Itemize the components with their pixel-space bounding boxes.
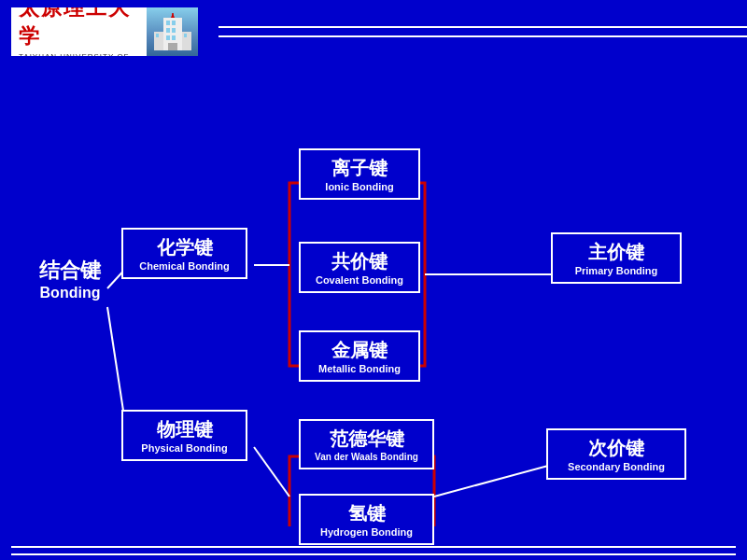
bottom-lines [0, 541, 747, 560]
physical-node: 物理键 Physical Bonding [121, 410, 247, 461]
svg-rect-4 [172, 21, 176, 25]
svg-rect-8 [172, 35, 176, 40]
covalent-zh: 共价键 [310, 249, 409, 274]
ionic-en: Ionic Bonding [310, 181, 409, 192]
metallic-node: 金属键 Metallic Bonding [299, 330, 420, 382]
chemical-zh: 化学键 [133, 235, 236, 260]
chemical-en: Chemical Bonding [133, 260, 236, 272]
header: 太原理工大学 TAIYUAN UNIVERSITY OF TECHNOLOGY [0, 0, 747, 63]
hydrogen-en: Hydrogen Bonding [310, 526, 423, 538]
primary-en: Primary Bonding [562, 265, 670, 276]
ionic-zh: 离子键 [310, 156, 409, 181]
bonding-node: 结合键 Bonding [28, 251, 112, 307]
svg-line-19 [434, 466, 548, 497]
hydrogen-zh: 氢键 [310, 501, 423, 526]
covalent-en: Covalent Bonding [310, 274, 409, 286]
ionic-node: 离子键 Ionic Bonding [299, 148, 420, 200]
svg-marker-13 [171, 13, 175, 18]
van-en: Van der Waals Bonding [310, 452, 423, 462]
logo-main: 太原理工大学 [19, 7, 139, 50]
secondary-en: Secondary Bonding [557, 461, 675, 472]
primary-node: 主价键 Primary Bonding [551, 232, 682, 284]
main-content: 结合键 Bonding 化学键 Chemical Bonding 物理键 Phy… [0, 63, 747, 541]
svg-rect-7 [166, 35, 170, 40]
svg-rect-9 [168, 43, 177, 50]
bonding-zh: 结合键 [37, 257, 103, 285]
diagram: 结合键 Bonding 化学键 Chemical Bonding 物理键 Phy… [19, 78, 728, 526]
primary-zh: 主价键 [562, 240, 670, 265]
physical-en: Physical Bonding [133, 442, 236, 454]
svg-rect-3 [166, 21, 170, 25]
logo-box: 太原理工大学 TAIYUAN UNIVERSITY OF TECHNOLOGY [11, 7, 198, 56]
metallic-zh: 金属键 [310, 338, 409, 363]
svg-rect-6 [172, 28, 176, 33]
header-line-top [218, 26, 747, 28]
van-node: 范德华键 Van der Waals Bonding [299, 419, 434, 469]
svg-rect-11 [184, 34, 187, 37]
header-line-bottom [218, 35, 747, 37]
covalent-node: 共价键 Covalent Bonding [299, 242, 420, 293]
bonding-en: Bonding [37, 285, 103, 301]
bottom-line-top [11, 546, 736, 548]
metallic-en: Metallic Bonding [310, 363, 409, 374]
secondary-node: 次价键 Secondary Bonding [546, 428, 686, 480]
van-zh: 范德华键 [310, 427, 423, 452]
chemical-node: 化学键 Chemical Bonding [121, 228, 247, 279]
logo-sub: TAIYUAN UNIVERSITY OF TECHNOLOGY [19, 52, 139, 56]
hydrogen-node: 氢键 Hydrogen Bonding [299, 494, 434, 545]
secondary-zh: 次价键 [557, 436, 675, 461]
physical-zh: 物理键 [133, 417, 236, 442]
header-lines [218, 26, 747, 37]
bottom-line-bottom [11, 553, 736, 555]
svg-line-18 [254, 447, 289, 497]
svg-rect-5 [166, 28, 170, 33]
svg-rect-10 [156, 34, 159, 37]
